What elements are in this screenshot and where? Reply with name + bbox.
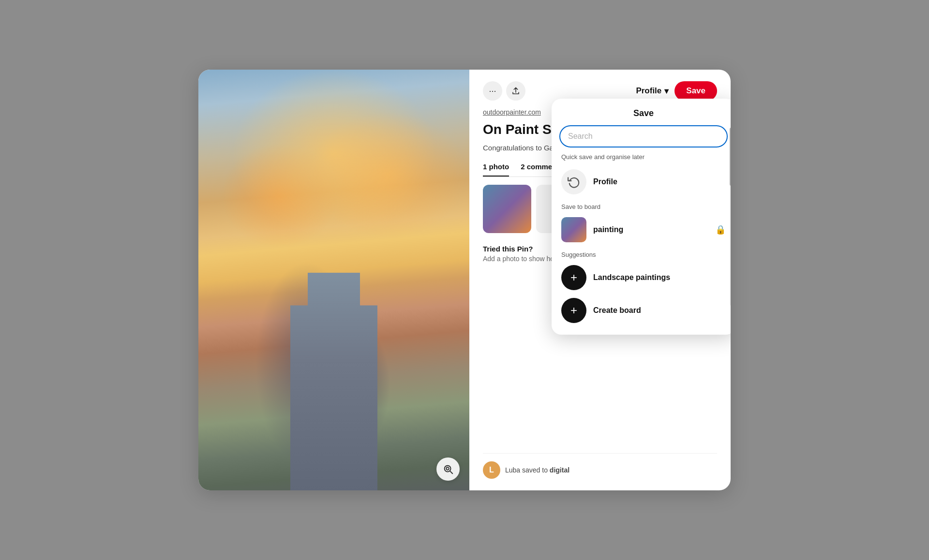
pin-content-section: ··· Profile ▾ Save: [469, 70, 731, 490]
board-thumbnail: [561, 217, 586, 242]
avatar: L: [483, 461, 500, 479]
save-profile-row[interactable]: Profile: [552, 164, 731, 199]
more-options-button[interactable]: ···: [483, 81, 502, 101]
save-button[interactable]: Save: [674, 81, 717, 101]
modal-backdrop[interactable]: ··· Profile ▾ Save: [0, 0, 929, 560]
save-search-input[interactable]: [559, 125, 728, 147]
create-board-label: Create board: [593, 306, 641, 315]
scrollbar-thumb[interactable]: [730, 128, 731, 186]
svg-line-1: [450, 471, 452, 473]
pin-footer: L Luba saved to digital: [483, 453, 717, 479]
pin-artwork: [198, 70, 469, 490]
save-dropdown: Save Quick save and organise later P: [552, 99, 731, 335]
save-dropdown-title: Save: [552, 108, 731, 118]
tab-comments[interactable]: 2 comme: [521, 162, 552, 177]
pin-image-section: [198, 70, 469, 490]
share-button[interactable]: [506, 81, 525, 101]
create-board-row[interactable]: + Create board: [552, 294, 731, 327]
pin-thumbnail[interactable]: [483, 185, 531, 233]
save-search-box: [559, 125, 728, 147]
scrollbar-track: [730, 128, 731, 306]
save-to-board-label: Save to board: [552, 199, 731, 213]
pin-save-area: Profile ▾ Save: [636, 81, 717, 101]
profile-button-label: Profile: [636, 86, 661, 96]
svg-point-2: [446, 467, 449, 470]
landscape-suggestion-row[interactable]: + Landscape paintings: [552, 261, 731, 294]
suggestions-label: Suggestions: [552, 246, 731, 261]
chevron-down-icon: ▾: [664, 86, 669, 96]
pin-card: ··· Profile ▾ Save: [198, 70, 731, 490]
quick-save-label: Quick save and organise later: [552, 153, 731, 164]
board-row-left: painting: [561, 217, 623, 242]
visual-search-button[interactable]: [436, 457, 460, 481]
more-icon: ···: [489, 86, 496, 96]
footer-text: Luba saved to digital: [505, 466, 569, 474]
landscape-suggestion-label: Landscape paintings: [593, 273, 670, 282]
board-row[interactable]: painting 🔒: [552, 213, 731, 246]
save-profile-name: Profile: [593, 177, 617, 186]
pin-action-icons: ···: [483, 81, 525, 101]
board-name: painting: [593, 225, 623, 234]
plus-icon-create: +: [561, 298, 586, 323]
tab-photos[interactable]: 1 photo: [483, 162, 509, 177]
pin-actions-bar: ··· Profile ▾ Save: [483, 81, 717, 101]
plus-icon-landscape: +: [561, 265, 586, 290]
profile-dropdown-button[interactable]: Profile ▾: [636, 86, 669, 96]
lock-icon: 🔒: [715, 224, 726, 235]
footer-board-name: digital: [550, 466, 569, 474]
profile-history-icon: [561, 169, 586, 194]
